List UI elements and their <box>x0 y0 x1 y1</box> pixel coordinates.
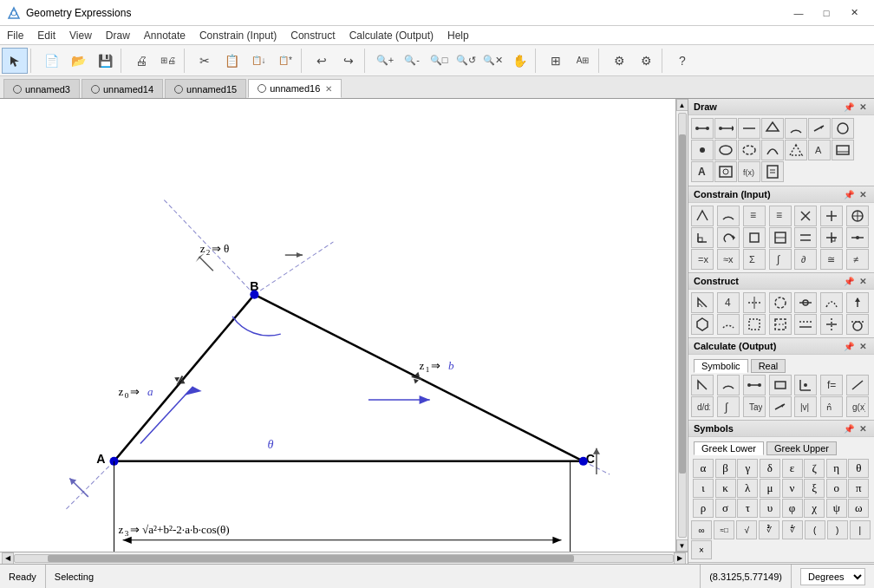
construct-locus-btn[interactable] <box>820 292 843 313</box>
select-tool-button[interactable] <box>2 48 28 74</box>
constrain-equal-btn[interactable]: ≡ <box>743 206 766 226</box>
construct-4pts-btn[interactable]: 4 <box>717 292 740 313</box>
vscroll-up-button[interactable]: ▲ <box>676 99 688 111</box>
vscroll-thumb[interactable] <box>679 134 686 473</box>
constrain-sym-btn[interactable]: Σ <box>743 249 766 270</box>
menu-view[interactable]: View <box>62 26 99 45</box>
zoom-previous-button[interactable]: 🔍↺ <box>453 48 479 74</box>
constrain-perp-btn[interactable] <box>820 227 843 248</box>
constrain-tensor-btn[interactable] <box>846 206 869 226</box>
draw-line-btn[interactable] <box>738 118 760 139</box>
constrain-congruent-btn[interactable]: ≅ <box>820 249 843 270</box>
draw-panel-pin[interactable]: 📌 <box>843 101 855 113</box>
calc-int2-btn[interactable]: ∫ <box>717 396 740 417</box>
snap-button[interactable]: A⊞ <box>570 48 596 74</box>
calc-angle-btn[interactable] <box>691 375 714 395</box>
draw-ray-btn[interactable] <box>714 118 737 139</box>
calc-deriv-btn[interactable]: d/dx <box>691 396 714 417</box>
sym-cbrt[interactable]: ∛ <box>759 520 779 539</box>
zoom-out-button[interactable]: 🔍- <box>399 48 425 74</box>
sym-beta[interactable]: β <box>715 459 736 478</box>
sym-lambda[interactable]: λ <box>737 479 758 498</box>
sym-psi[interactable]: ψ <box>826 499 847 518</box>
sym-phi[interactable]: φ <box>782 499 803 518</box>
sym-sqrt[interactable]: √ <box>736 520 757 539</box>
vscroll-track[interactable] <box>678 113 687 538</box>
menu-construct[interactable]: Construct <box>284 26 342 45</box>
cut-button[interactable]: ✂ <box>192 48 218 74</box>
tab-greek-lower[interactable]: Greek Lower <box>694 441 764 455</box>
menu-calculate--output-[interactable]: Calculate (Output) <box>342 26 440 45</box>
sym-pi[interactable]: π <box>848 479 869 498</box>
construct-sq3-btn[interactable] <box>769 314 792 335</box>
constrain-arc-btn[interactable] <box>717 206 740 226</box>
draw-note-btn[interactable] <box>761 161 784 182</box>
settings2-button[interactable]: ⚙ <box>633 48 659 74</box>
construct-arrow-btn[interactable] <box>846 292 869 313</box>
sym-epsilon[interactable]: ε <box>782 459 803 478</box>
new-button[interactable]: 📄 <box>38 48 64 74</box>
constrain-cross-btn[interactable] <box>794 206 817 226</box>
menu-draw[interactable]: Draw <box>99 26 137 45</box>
draw-segment-btn[interactable] <box>691 118 714 139</box>
canvas-area[interactable]: z 0 ⇒ a z 1 ⇒ b z 2 ⇒ θ <box>0 99 675 552</box>
construct-perp2-btn[interactable] <box>820 314 843 335</box>
construct-hex-btn[interactable] <box>691 314 714 335</box>
zoom-fit-button[interactable]: 🔍□ <box>426 48 452 74</box>
help-button[interactable]: ? <box>669 48 695 74</box>
sym-omicron[interactable]: ο <box>826 479 847 498</box>
calc-slope-btn[interactable] <box>846 375 869 395</box>
open-button[interactable]: 📂 <box>65 48 91 74</box>
tab-greek-upper[interactable]: Greek Upper <box>766 441 837 455</box>
tab-unnamed3[interactable]: unnamed3 <box>3 79 80 98</box>
angle-unit-select[interactable]: Degrees Radians Gradians <box>800 568 865 585</box>
print-preview-button[interactable]: ⊞🖨 <box>155 48 181 74</box>
construct-angle-btn[interactable] <box>691 292 714 313</box>
draw-ellipse-btn[interactable] <box>714 140 737 160</box>
constrain-rightangle-btn[interactable] <box>691 227 714 248</box>
sym-tau[interactable]: τ <box>737 499 758 518</box>
draw-image-btn[interactable] <box>832 140 854 160</box>
sym-xi[interactable]: ξ <box>804 479 825 498</box>
zoom-reset-button[interactable]: 🔍✕ <box>479 48 505 74</box>
construct-panel-close[interactable]: ✕ <box>857 275 869 287</box>
menu-annotate[interactable]: Annotate <box>137 26 192 45</box>
construct-par-btn[interactable] <box>794 314 817 335</box>
sym-approx[interactable]: ≈□ <box>714 520 734 539</box>
calculate-panel-pin[interactable]: 📌 <box>843 340 855 352</box>
draw-vector-btn[interactable] <box>808 118 831 139</box>
calc-custom-btn[interactable]: g(x) <box>846 396 869 417</box>
constrain-val-btn[interactable]: =x <box>691 249 714 270</box>
constrain-panel-pin[interactable]: 📌 <box>843 188 855 200</box>
calc-eq-btn[interactable]: f= <box>820 375 843 395</box>
draw-triangle-btn[interactable] <box>785 140 807 160</box>
constrain-rotate-btn[interactable] <box>717 227 740 248</box>
calc-taylor-btn[interactable]: Tay <box>743 396 766 417</box>
hscroll-thumb[interactable] <box>48 555 574 562</box>
menu-file[interactable]: File <box>0 26 30 45</box>
tab-unnamed15[interactable]: unnamed15 <box>165 79 246 98</box>
constrain-collinear-btn[interactable] <box>846 227 869 248</box>
settings-button[interactable]: ⚙ <box>606 48 632 74</box>
calc-normal-btn[interactable]: n̂ <box>820 396 843 417</box>
draw-arc-btn[interactable] <box>785 118 807 139</box>
vertical-scrollbar[interactable]: ▲ ▼ <box>675 99 688 552</box>
calc-unit-btn[interactable]: |v| <box>794 396 817 417</box>
tab-real[interactable]: Real <box>751 359 786 373</box>
draw-func-btn[interactable]: f(x) <box>738 161 760 182</box>
sym-times[interactable]: × <box>691 540 712 559</box>
calculate-panel-close[interactable]: ✕ <box>857 340 869 352</box>
sym-theta[interactable]: θ <box>848 459 869 478</box>
draw-text2-btn[interactable]: A <box>691 161 714 182</box>
minimize-button[interactable]: — <box>786 4 812 22</box>
construct-midpt-btn[interactable] <box>794 292 817 313</box>
paste-button[interactable]: 📋↓ <box>245 48 271 74</box>
sym-mu[interactable]: μ <box>760 479 780 498</box>
calc-dist-btn[interactable] <box>743 375 766 395</box>
hscroll-right-button[interactable]: ▶ <box>674 552 686 565</box>
construct-arc2-btn[interactable] <box>717 314 740 335</box>
calc-arc-btn[interactable] <box>717 375 740 395</box>
tab-close-button[interactable]: ✕ <box>325 84 332 94</box>
constrain-approx-btn[interactable]: ≈x <box>717 249 740 270</box>
close-button[interactable]: ✕ <box>841 4 867 22</box>
